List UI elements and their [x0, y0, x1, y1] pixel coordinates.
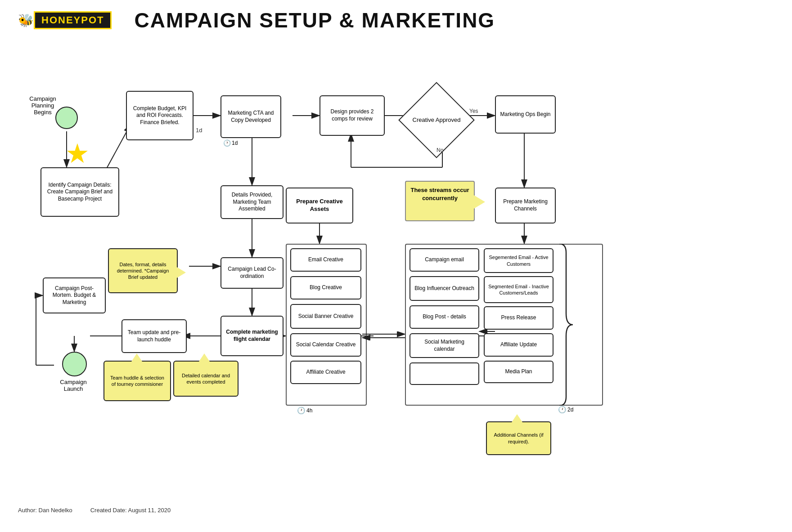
yes-label: Yes: [469, 108, 478, 114]
social-banner-creative-box: Social Banner Creative: [290, 304, 361, 329]
affiliate-creative-box: Affiliate Creative: [290, 361, 361, 384]
email-creative-box: Email Creative: [290, 248, 361, 272]
author-label: Author: Dan Nedelko: [18, 507, 72, 514]
curly-brace-svg: [557, 244, 575, 406]
page-title: CAMPAIGN SETUP & MARKETING: [134, 8, 495, 32]
team-update-box: Team update and pre-launch huddle: [122, 319, 187, 353]
detailed-calendar-note: Detailed calendar and events completed: [173, 361, 238, 397]
design-provides-box: Design provides 2 comps for review: [320, 95, 385, 136]
campaign-lead-box: Campaign Lead Co-ordination: [220, 257, 284, 289]
press-release-box: Press Release: [484, 306, 554, 330]
clock-1d-label-a: 1d: [196, 127, 202, 134]
bidirectional-arrows: [360, 331, 410, 340]
blog-influencer-box: Blog Influencer Outreach: [410, 276, 479, 301]
footer: Author: Dan Nedelko Created Date: August…: [18, 507, 171, 514]
marketing-ops-box: Marketing Ops Begin: [495, 95, 556, 134]
clock-1d-badge-b: 🕐1d: [223, 139, 238, 147]
diagram: Campaign Planning Begins ★ Identify Camp…: [0, 37, 792, 523]
blog-creative-box: Blog Creative: [290, 276, 361, 300]
campaign-launch-label: Campaign Launch: [53, 379, 94, 392]
additional-channels-note: Additional Channels (if required).: [486, 421, 551, 455]
campaign-planning-label: Campaign Planning Begins: [25, 95, 61, 116]
clock-4h-badge: 🕐4h: [297, 407, 312, 415]
created-label: Created Date: August 11, 2020: [90, 507, 171, 514]
concurrent-note: These streams occur concurrently: [405, 181, 475, 221]
social-calendar-creative-box: Social Calendar Creative: [290, 333, 361, 357]
prepare-marketing-box: Prepare Marketing Channels: [495, 188, 556, 224]
social-marketing-calendar-box: Social Marketing calendar: [410, 333, 479, 358]
no-label: No: [436, 147, 443, 153]
logo-area: 🐝 HONEYPOT: [18, 11, 112, 29]
empty-channel-box: [410, 362, 479, 385]
logo-text: HONEYPOT: [34, 11, 112, 29]
segmented-email-active-box: Segemented Email - Active Customers: [484, 248, 554, 273]
bee-icon: 🐝: [18, 13, 34, 28]
segmented-email-inactive-box: Segmented Email - Inactive Customers/Lea…: [484, 276, 554, 303]
marketing-cta-box: Marketing CTA and Copy Developed: [220, 95, 281, 138]
complete-marketing-flight-box: Complete marketing flight calendar: [220, 316, 284, 356]
details-provided-box: Details Provided, Marketing Team Assembl…: [220, 185, 284, 219]
prepare-creative-box: Prepare Creative Assets: [286, 188, 353, 224]
blog-post-box: Blog Post - details: [410, 305, 479, 329]
identify-campaign-box: Identify Campaign Details: Create Campai…: [40, 167, 119, 217]
affiliate-update-box: Affiliate Update: [484, 333, 554, 357]
campaign-postmortem-box: Campaign Post-Mortem. Budget & Marketing: [43, 277, 106, 313]
team-huddle-note: Team huddle & selection of tourney commi…: [104, 361, 171, 401]
campaign-launch-circle: [62, 352, 87, 376]
media-plan-box: Media Plan: [484, 361, 554, 383]
complete-budget-box: Complete Budget, KPI and ROI Forecasts. …: [126, 91, 194, 140]
dates-format-note: Dates, format, details determined. *Camp…: [108, 248, 178, 293]
header: 🐝 HONEYPOT CAMPAIGN SETUP & MARKETING: [0, 0, 792, 37]
star-icon: ★: [65, 140, 90, 167]
clock-2d-badge: 🕐2d: [558, 406, 573, 414]
campaign-email-box: Campaign email: [410, 248, 479, 272]
